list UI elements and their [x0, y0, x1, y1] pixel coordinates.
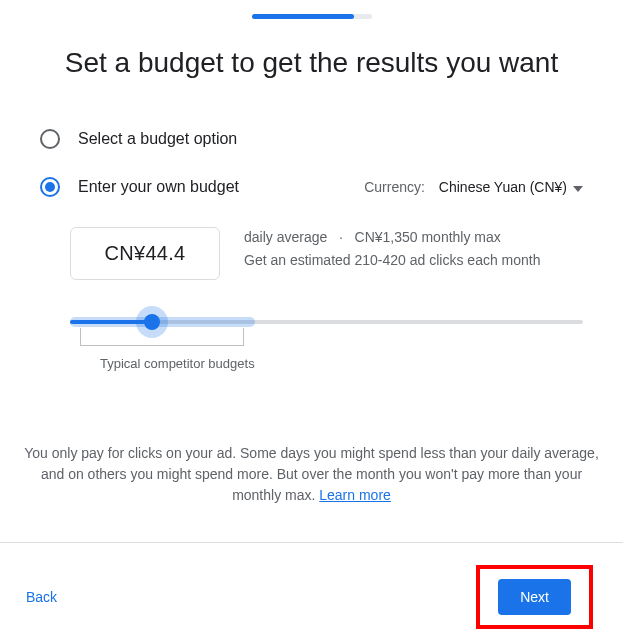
next-button-highlight: Next [476, 565, 593, 629]
budget-estimate: daily average · CN¥1,350 monthly max Get… [244, 227, 541, 271]
budget-amount-input[interactable]: CN¥44.4 [70, 227, 220, 280]
separator: · [339, 229, 343, 245]
radio-label: Select a budget option [78, 130, 237, 148]
radio-selected-icon [40, 177, 60, 197]
radio-option-enter-own[interactable]: Enter your own budget Currency: Chinese … [40, 177, 583, 197]
currency-label: Currency: [364, 179, 425, 195]
currency-selector[interactable]: Currency: Chinese Yuan (CN¥) [364, 179, 583, 195]
budget-slider[interactable]: Typical competitor budgets [70, 304, 583, 371]
slider-thumb[interactable] [144, 314, 160, 330]
monthly-max: CN¥1,350 monthly max [355, 229, 501, 245]
learn-more-link[interactable]: Learn more [319, 487, 391, 503]
next-button[interactable]: Next [498, 579, 571, 615]
daily-average-label: daily average [244, 229, 327, 245]
currency-value: Chinese Yuan (CN¥) [439, 179, 567, 195]
page-title: Set a budget to get the results you want [20, 47, 603, 79]
radio-label: Enter your own budget [78, 178, 239, 196]
progress-bar [0, 0, 623, 19]
radio-option-select-budget[interactable]: Select a budget option [40, 129, 583, 149]
radio-unselected-icon [40, 129, 60, 149]
typical-range-label: Typical competitor budgets [100, 356, 583, 371]
disclaimer-text: You only pay for clicks on your ad. Some… [24, 443, 599, 506]
chevron-down-icon [573, 179, 583, 195]
clicks-estimate: Get an estimated 210-420 ad clicks each … [244, 250, 541, 271]
back-button[interactable]: Back [16, 583, 67, 611]
